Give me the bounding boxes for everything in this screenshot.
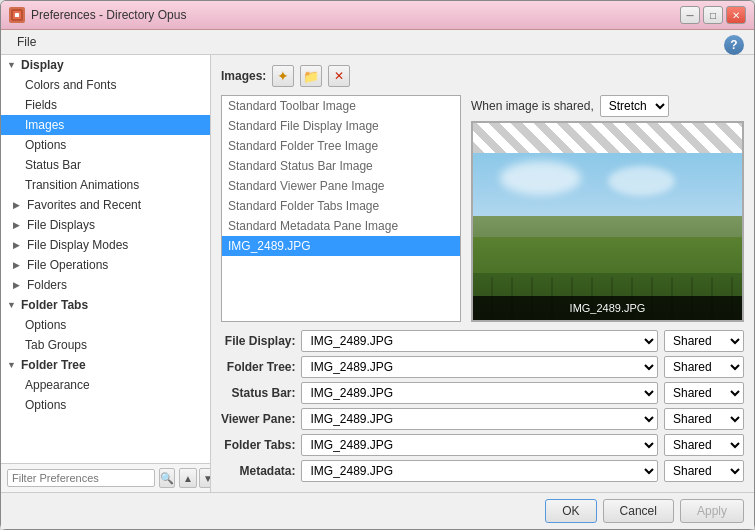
field-label-viewer-pane: Viewer Pane: bbox=[221, 412, 295, 426]
filter-input[interactable] bbox=[7, 469, 155, 487]
sidebar-label-tree-options: Options bbox=[25, 398, 66, 412]
sidebar-item-colors-fonts[interactable]: Colors and Fonts bbox=[1, 75, 210, 95]
new-image-button[interactable]: ✦ bbox=[272, 65, 294, 87]
sidebar-label-options: Options bbox=[25, 138, 66, 152]
sidebar-item-tab-groups[interactable]: Tab Groups bbox=[1, 335, 210, 355]
apply-button[interactable]: Apply bbox=[680, 499, 744, 523]
maximize-button[interactable]: □ bbox=[703, 6, 723, 24]
fields-grid: File Display: IMG_2489.JPG Shared Folder… bbox=[221, 330, 744, 482]
sidebar-item-options[interactable]: Options bbox=[1, 135, 210, 155]
images-header: Images: ✦ 📁 ✕ bbox=[221, 65, 744, 87]
sidebar-label-file-displays: File Displays bbox=[27, 218, 95, 232]
list-item-metadata-pane[interactable]: Standard Metadata Pane Image bbox=[222, 216, 460, 236]
fields-mid bbox=[473, 237, 742, 279]
sidebar-label-transition: Transition Animations bbox=[25, 178, 139, 192]
preview-caption: IMG_2489.JPG bbox=[473, 296, 742, 320]
sidebar-item-transition[interactable]: Transition Animations bbox=[1, 175, 210, 195]
images-list: Standard Toolbar Image Standard File Dis… bbox=[221, 95, 461, 322]
folder-tabs-select[interactable]: IMG_2489.JPG bbox=[301, 434, 658, 456]
ok-button[interactable]: OK bbox=[545, 499, 596, 523]
file-display-type-select[interactable]: Shared bbox=[664, 330, 744, 352]
sidebar-label-file-ops: File Operations bbox=[27, 258, 108, 272]
title-bar: Preferences - Directory Opus ─ □ ✕ bbox=[1, 1, 754, 30]
filter-search-button[interactable]: 🔍 bbox=[159, 468, 175, 488]
viewer-pane-type-select[interactable]: Shared bbox=[664, 408, 744, 430]
sidebar-label-fields: Fields bbox=[25, 98, 57, 112]
cancel-button[interactable]: Cancel bbox=[603, 499, 674, 523]
field-label-file-display: File Display: bbox=[221, 334, 295, 348]
sidebar-item-folder-tabs-options[interactable]: Options bbox=[1, 315, 210, 335]
delete-image-button[interactable]: ✕ bbox=[328, 65, 350, 87]
viewer-pane-select[interactable]: IMG_2489.JPG bbox=[301, 408, 658, 430]
sidebar-item-file-operations[interactable]: ▶ File Operations bbox=[1, 255, 210, 275]
sidebar-tree: ▼ Display Colors and Fonts Fields Images… bbox=[1, 55, 210, 463]
sidebar-item-images[interactable]: Images bbox=[1, 115, 210, 135]
metadata-type-select[interactable]: Shared bbox=[664, 460, 744, 482]
sidebar-label-folder-tabs-options: Options bbox=[25, 318, 66, 332]
preview-header-text: When image is shared, bbox=[471, 99, 594, 113]
sidebar-item-tree-options[interactable]: Options bbox=[1, 395, 210, 415]
field-label-metadata: Metadata: bbox=[221, 464, 295, 478]
content-area: ▼ Display Colors and Fonts Fields Images… bbox=[1, 55, 754, 492]
preview-photo bbox=[473, 153, 742, 320]
filter-prev-button[interactable]: ▲ bbox=[179, 468, 197, 488]
arrow-folders: ▶ bbox=[13, 280, 23, 290]
arrow-folder-tree: ▼ bbox=[7, 360, 17, 370]
sidebar-item-fields[interactable]: Fields bbox=[1, 95, 210, 115]
stretch-select[interactable]: Stretch Tile Center None bbox=[600, 95, 669, 117]
bottom-bar: OK Cancel Apply bbox=[1, 492, 754, 529]
list-item-viewer-pane[interactable]: Standard Viewer Pane Image bbox=[222, 176, 460, 196]
sidebar-item-status-bar[interactable]: Status Bar bbox=[1, 155, 210, 175]
arrow-file-displays: ▶ bbox=[13, 220, 23, 230]
arrow-favorites: ▶ bbox=[13, 200, 23, 210]
status-bar-type-select[interactable]: Shared bbox=[664, 382, 744, 404]
sidebar-item-folder-tabs[interactable]: ▼ Folder Tabs bbox=[1, 295, 210, 315]
sidebar-label-tab-groups: Tab Groups bbox=[25, 338, 87, 352]
status-bar-select[interactable]: IMG_2489.JPG bbox=[301, 382, 658, 404]
menu-file[interactable]: File bbox=[9, 33, 44, 51]
open-folder-button[interactable]: 📁 bbox=[300, 65, 322, 87]
list-item-toolbar[interactable]: Standard Toolbar Image bbox=[222, 96, 460, 116]
sidebar-label-appearance: Appearance bbox=[25, 378, 90, 392]
images-content: Standard Toolbar Image Standard File Dis… bbox=[221, 95, 744, 322]
arrow-display: ▼ bbox=[7, 60, 17, 70]
folder-tree-select[interactable]: IMG_2489.JPG bbox=[301, 356, 658, 378]
folder-tabs-type-select[interactable]: Shared bbox=[664, 434, 744, 456]
minimize-button[interactable]: ─ bbox=[680, 6, 700, 24]
sidebar-item-file-displays[interactable]: ▶ File Displays bbox=[1, 215, 210, 235]
sidebar-item-display-modes[interactable]: ▶ File Display Modes bbox=[1, 235, 210, 255]
list-item-folder-tabs[interactable]: Standard Folder Tabs Image bbox=[222, 196, 460, 216]
help-button[interactable]: ? bbox=[724, 35, 744, 55]
close-button[interactable]: ✕ bbox=[726, 6, 746, 24]
arrow-display-modes: ▶ bbox=[13, 240, 23, 250]
menu-bar: File ? bbox=[1, 30, 754, 55]
field-label-folder-tree: Folder Tree: bbox=[221, 360, 295, 374]
list-item-file-display[interactable]: Standard File Display Image bbox=[222, 116, 460, 136]
list-item-img2489[interactable]: IMG_2489.JPG bbox=[222, 236, 460, 256]
images-label: Images: bbox=[221, 69, 266, 83]
sidebar-item-appearance[interactable]: Appearance bbox=[1, 375, 210, 395]
sidebar-label-status-bar: Status Bar bbox=[25, 158, 81, 172]
preview-panel: When image is shared, Stretch Tile Cente… bbox=[471, 95, 744, 322]
sidebar-item-favorites[interactable]: ▶ Favorites and Recent bbox=[1, 195, 210, 215]
sidebar-label-folders: Folders bbox=[27, 278, 67, 292]
sidebar-item-folders[interactable]: ▶ Folders bbox=[1, 275, 210, 295]
sidebar-filter: 🔍 ▲ ▼ bbox=[1, 463, 210, 492]
file-display-select[interactable]: IMG_2489.JPG bbox=[301, 330, 658, 352]
metadata-select[interactable]: IMG_2489.JPG bbox=[301, 460, 658, 482]
filter-nav: ▲ ▼ bbox=[179, 468, 211, 488]
filter-next-button[interactable]: ▼ bbox=[199, 468, 211, 488]
preview-checkered bbox=[473, 123, 742, 153]
field-label-status-bar: Status Bar: bbox=[221, 386, 295, 400]
list-item-folder-tree[interactable]: Standard Folder Tree Image bbox=[222, 136, 460, 156]
preferences-window: Preferences - Directory Opus ─ □ ✕ File … bbox=[0, 0, 755, 530]
sidebar-item-display[interactable]: ▼ Display bbox=[1, 55, 210, 75]
app-icon bbox=[9, 7, 25, 23]
sidebar-item-folder-tree[interactable]: ▼ Folder Tree bbox=[1, 355, 210, 375]
sidebar-label-colors-fonts: Colors and Fonts bbox=[25, 78, 116, 92]
list-item-status-bar[interactable]: Standard Status Bar Image bbox=[222, 156, 460, 176]
svg-rect-2 bbox=[15, 13, 19, 17]
sidebar-label-display: Display bbox=[21, 58, 64, 72]
arrow-file-ops: ▶ bbox=[13, 260, 23, 270]
folder-tree-type-select[interactable]: Shared bbox=[664, 356, 744, 378]
